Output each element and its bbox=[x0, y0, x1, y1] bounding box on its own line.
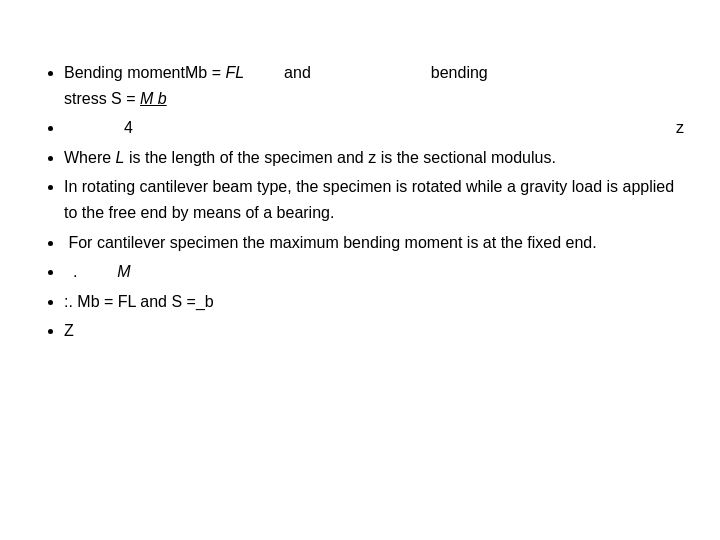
bullet2-number: 4 bbox=[64, 115, 133, 141]
list-item-5: For cantilever specimen the maximum bend… bbox=[64, 230, 680, 256]
bullet2-content: 4 z bbox=[64, 115, 684, 141]
bullet-list: Bending momentMb = FLandbending stress S… bbox=[40, 60, 680, 344]
list-item-8: Z bbox=[64, 318, 680, 344]
list-item-2: 4 z bbox=[64, 115, 680, 141]
bullet1-text: Bending momentMb = FLandbending bbox=[64, 64, 488, 81]
bullet4-text: In rotating cantilever beam type, the sp… bbox=[64, 178, 674, 221]
list-item-3: Where L is the length of the specimen an… bbox=[64, 145, 680, 171]
list-item-7: :. Mb = FL and S =_b bbox=[64, 289, 680, 315]
list-item-6: . M bbox=[64, 259, 680, 285]
bullet6-text: . M bbox=[64, 263, 131, 280]
bullet2-z: z bbox=[676, 115, 684, 141]
bullet3-text: Where L is the length of the specimen an… bbox=[64, 149, 556, 166]
main-content: Bending momentMb = FLandbending stress S… bbox=[0, 0, 720, 388]
bullet3-l: L bbox=[116, 149, 125, 166]
bullet6-m: M bbox=[117, 263, 130, 280]
bullet1-line2: stress S = M b bbox=[64, 90, 167, 107]
bullet1-fl: FL bbox=[225, 64, 244, 81]
list-item-1: Bending momentMb = FLandbending stress S… bbox=[64, 60, 680, 111]
list-item-4: In rotating cantilever beam type, the sp… bbox=[64, 174, 680, 225]
bullet8-text: Z bbox=[64, 322, 74, 339]
bullet5-text: For cantilever specimen the maximum bend… bbox=[64, 234, 597, 251]
bullet1-mb-val: M b bbox=[140, 90, 167, 107]
bullet1-mb: Mb = bbox=[185, 64, 225, 81]
bullet7-text: :. Mb = FL and S =_b bbox=[64, 293, 214, 310]
